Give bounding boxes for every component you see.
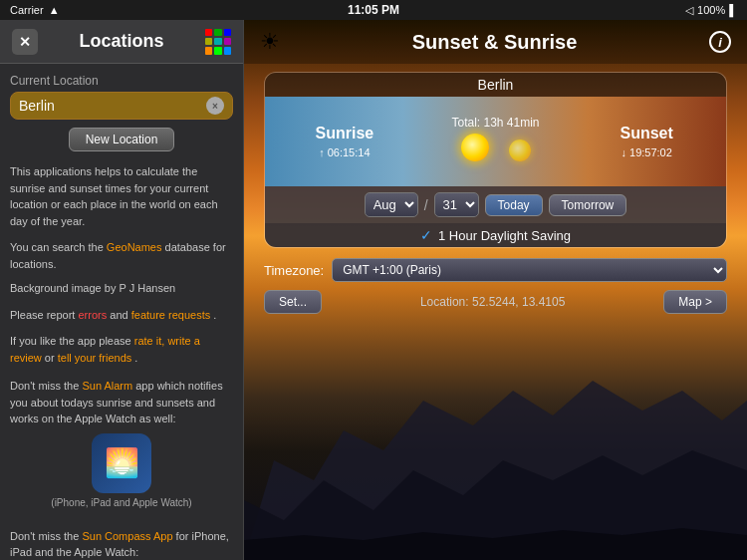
day-select[interactable]: 31 <box>434 192 479 217</box>
main-container: ✕ Locations Current Location × <box>0 20 747 560</box>
sunrise-label: Sunrise <box>315 125 374 142</box>
clear-button[interactable]: × <box>206 97 224 115</box>
close-button[interactable]: ✕ <box>12 29 38 55</box>
daylight-saving-label: 1 Hour Daylight Saving <box>438 228 571 243</box>
info-button[interactable]: i <box>709 31 731 53</box>
timezone-row: Timezone: GMT +1:00 (Paris) <box>264 258 727 282</box>
sun-alarm-app: 🌅 (iPhone, iPad and Apple Watch) <box>10 433 233 518</box>
geonames-line: You can search the GeoNames database for… <box>10 239 233 272</box>
daylight-saving-row: ✓ 1 Hour Daylight Saving <box>265 223 726 247</box>
tell-friends-link[interactable]: tell your friends <box>58 352 132 364</box>
main-card: Berlin Sunrise ↑ 06:15:14 Total: 13h 41m… <box>264 72 727 248</box>
grid-cell-purple <box>224 38 231 45</box>
geonames-link[interactable]: GeoNames <box>107 241 162 253</box>
tomorrow-button[interactable]: Tomorrow <box>549 194 627 216</box>
location-row: Set... Location: 52.5244, 13.4105 Map > <box>264 290 727 314</box>
timezone-select[interactable]: GMT +1:00 (Paris) <box>332 258 727 282</box>
status-left: Carrier ▲ <box>10 4 60 16</box>
status-time: 11:05 PM <box>348 3 399 17</box>
sidebar-header: ✕ Locations <box>0 20 243 64</box>
app-title: Sunset & Sunrise <box>280 31 709 54</box>
new-location-button[interactable]: New Location <box>69 128 175 151</box>
sunrise-section: Sunrise ↑ 06:15:14 <box>265 113 424 170</box>
sunrise-sun-ball <box>461 134 489 161</box>
sunrise-sunset-row: Sunrise ↑ 06:15:14 Total: 13h 41min Suns… <box>265 97 726 186</box>
sidebar-description: This applications helps to calculate the… <box>10 163 233 229</box>
wifi-icon: ▲ <box>49 4 60 16</box>
grid-cell-orange <box>205 47 212 54</box>
map-button[interactable]: Map > <box>663 290 727 314</box>
gps-icon: ◁ <box>685 4 693 17</box>
set-button[interactable]: Set... <box>264 290 322 314</box>
sidebar-title: Locations <box>38 31 205 52</box>
total-label: Total: 13h 41min <box>451 116 539 130</box>
status-bar: Carrier ▲ 11:05 PM ◁ 100% ▌ <box>0 0 747 20</box>
grid-cell-green1 <box>214 29 221 36</box>
date-separator: / <box>424 197 428 213</box>
sun-alarm-text: Don't miss the Sun Alarm app which notif… <box>10 378 233 427</box>
errors-link[interactable]: errors <box>79 309 108 321</box>
battery-icon: ▌ <box>729 4 737 16</box>
sunset-label: Sunset <box>621 125 673 142</box>
sidebar-content: Current Location × New Location This app… <box>0 64 243 560</box>
sun-graphic <box>461 134 531 161</box>
right-panel: ☀ Sunset & Sunrise i Berlin Sunrise ↑ 06… <box>244 20 747 560</box>
current-location-label: Current Location <box>10 74 233 88</box>
sunrise-time: ↑ 06:15:14 <box>319 146 370 158</box>
daylight-checkmark: ✓ <box>420 227 432 243</box>
grid-cell-green2 <box>214 47 221 54</box>
sun-compass-link[interactable]: Sun Compass App <box>82 530 172 542</box>
timezone-label: Timezone: <box>264 263 324 278</box>
grid-cell-cyan <box>214 38 221 45</box>
sun-alarm-section: Don't miss the Sun Alarm app which notif… <box>10 378 233 518</box>
bottom-controls: Timezone: GMT +1:00 (Paris) Set... Locat… <box>264 258 727 314</box>
grid-cell-ltblue <box>224 47 231 54</box>
location-input-row: × <box>10 92 233 120</box>
sunset-section: Sunset ↓ 19:57:02 <box>567 113 726 170</box>
mountains-silhouette <box>244 281 747 560</box>
today-button[interactable]: Today <box>485 194 543 216</box>
sun-compass-text: Don't miss the Sun Compass App for iPhon… <box>10 528 233 561</box>
location-coordinates: Location: 52.5244, 13.4105 <box>322 295 663 309</box>
right-header: ☀ Sunset & Sunrise i <box>244 20 747 64</box>
bg-credit: Background image by P J Hansen <box>10 280 233 297</box>
battery-label: 100% <box>697 4 725 16</box>
sunset-sun-ball <box>509 140 531 161</box>
carrier-label: Carrier <box>10 4 44 16</box>
sun-compass-section: Don't miss the Sun Compass App for iPhon… <box>10 528 233 561</box>
feature-requests-link[interactable]: feature requests <box>131 309 211 321</box>
sun-header-icon: ☀ <box>260 29 280 55</box>
sun-alarm-caption: (iPhone, iPad and Apple Watch) <box>51 497 191 508</box>
middle-section: Total: 13h 41min <box>424 116 568 167</box>
card-location: Berlin <box>265 73 726 97</box>
sun-alarm-link[interactable]: Sun Alarm <box>82 380 132 392</box>
error-line: Please report errors and feature request… <box>10 307 233 324</box>
month-select[interactable]: Aug <box>365 192 418 217</box>
date-controls: Aug / 31 Today Tomorrow <box>265 186 726 223</box>
grid-icon[interactable] <box>205 29 231 55</box>
sun-alarm-icon[interactable]: 🌅 <box>92 433 151 493</box>
grid-cell-blue <box>224 29 231 36</box>
rate-line: If you like the app please rate it, writ… <box>10 333 233 366</box>
sunset-time: ↓ 19:57:02 <box>621 146 671 158</box>
location-input[interactable] <box>19 98 206 114</box>
grid-cell-yellow <box>205 38 212 45</box>
sidebar: ✕ Locations Current Location × <box>0 20 244 560</box>
status-right: ◁ 100% ▌ <box>685 4 737 17</box>
grid-cell-red <box>205 29 212 36</box>
